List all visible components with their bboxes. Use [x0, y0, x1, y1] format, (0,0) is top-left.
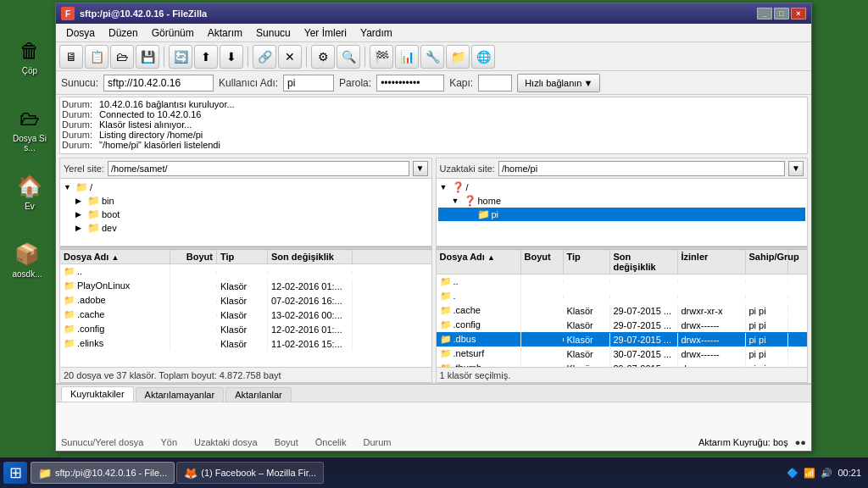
col-header-type[interactable]: Tip [217, 250, 268, 263]
rcol-header-perms[interactable]: İzinler [678, 250, 746, 274]
quickconnect-arrow-icon: ▼ [583, 78, 593, 88]
local-file-list[interactable]: 📁.. 📁PlayOnLinux Klasör 12-02-2016 01:..… [60, 264, 431, 367]
tree-label: bin [102, 196, 114, 206]
local-path-dropdown[interactable]: ▼ [413, 161, 428, 176]
taskbar-item-filezilla[interactable]: 📁 sftp:/pi@10.42.0.16 - File... [31, 462, 175, 484]
toolbar-btn-15[interactable]: 📁 [446, 45, 470, 69]
table-row[interactable]: 📁. [437, 289, 808, 303]
close-button[interactable]: × [791, 8, 806, 19]
file-name: 📁.netsurf [437, 347, 521, 361]
toolbar-btn-10[interactable]: ⚙ [311, 45, 335, 69]
toolbar-btn-6[interactable]: ⬆ [194, 45, 218, 69]
tree-item-boot[interactable]: ▶ 📁 boot [62, 208, 430, 221]
bluetooth-icon: 🔷 [787, 468, 798, 479]
toolbar-btn-16[interactable]: 🌐 [471, 45, 495, 69]
toolbar-btn-11[interactable]: 🔍 [337, 45, 360, 69]
toolbar-sep-4 [364, 47, 365, 67]
start-button[interactable]: ⊞ [3, 462, 27, 484]
rcol-header-owner[interactable]: Sahip/Grup [746, 250, 788, 274]
tree-item-dev[interactable]: ▶ 📁 dev [62, 221, 430, 235]
toolbar-btn-9[interactable]: ✕ [278, 45, 302, 69]
toolbar-btn-14[interactable]: 🔧 [420, 45, 444, 69]
desktop-icon-ev[interactable]: 🏠 Ev [4, 169, 55, 214]
local-path-input[interactable] [108, 161, 409, 176]
col-header-date[interactable]: Son değişiklik [268, 250, 353, 263]
menu-dosya[interactable]: Dosya [59, 25, 102, 41]
table-row[interactable]: 📁.config Klasör 29-07-2015 ... drwx-----… [437, 318, 808, 332]
expand-icon[interactable]: ▶ [75, 224, 86, 232]
remote-file-header: Dosya Adı ▲ Boyut Tip Son değişiklik İzi… [437, 250, 808, 274]
app-icon: F [61, 7, 75, 20]
menu-yerimleri[interactable]: Yer İmleri [298, 25, 353, 41]
toolbar-btn-4[interactable]: 💾 [136, 45, 159, 69]
table-row[interactable]: 📁.cache Klasör 13-02-2016 00:... [60, 308, 431, 322]
table-row[interactable]: 📁.netsurf Klasör 30-07-2015 ... drwx----… [437, 347, 808, 361]
desktop-icon-trash[interactable]: 🗑 Çöp [4, 34, 55, 79]
toolbar-btn-12[interactable]: 🏁 [370, 45, 393, 69]
local-tree[interactable]: ▼ 📁 / ▶ 📁 bin ▶ 📁 boot ▶ 📁 dev [60, 179, 431, 247]
minimize-button[interactable]: _ [757, 8, 772, 19]
toolbar-btn-5[interactable]: 🔄 [169, 45, 192, 69]
menu-sunucu[interactable]: Sunucu [249, 25, 298, 41]
tree-item-pi[interactable]: 📁 pi [438, 208, 806, 221]
tab-aktarilamayanlar[interactable]: Aktarılamayanlar [136, 387, 225, 402]
file-name: 📁.dbus [437, 332, 521, 347]
server-input[interactable] [103, 75, 214, 92]
col-direction: Yön [160, 437, 177, 447]
table-row[interactable]: 📁.. [437, 274, 808, 289]
expand-icon[interactable]: ▶ [75, 210, 86, 219]
table-row[interactable]: 📁.elinks Klasör 11-02-2016 15:... [60, 336, 431, 351]
toolbar-btn-8[interactable]: 🔗 [253, 45, 276, 69]
tree-item-root[interactable]: ▼ 📁 / [62, 180, 430, 194]
taskbar-item-firefox[interactable]: 🦊 (1) Facebook – Mozilla Fir... [176, 462, 324, 484]
remote-path-input[interactable] [498, 161, 785, 176]
tree-item-root[interactable]: ▼ ❓ / [438, 180, 806, 194]
table-row[interactable]: 📁.cache Klasör 29-07-2015 ... drwxr-xr-x… [437, 303, 808, 318]
menu-duzen[interactable]: Düzen [102, 25, 145, 41]
maximize-button[interactable]: □ [774, 8, 789, 19]
rcol-header-size[interactable]: Boyut [521, 250, 564, 274]
tab-aktarilanlar[interactable]: Aktarılanlar [225, 387, 292, 402]
table-row[interactable]: 📁.config Klasör 12-02-2016 01:... [60, 322, 431, 336]
user-input[interactable] [283, 75, 334, 92]
tree-label: home [478, 196, 502, 206]
file-size [521, 280, 564, 284]
toolbar-sep-1 [164, 47, 164, 67]
desktop-icon-dosya[interactable]: 🗁 Dosya Sis... [4, 102, 55, 156]
expand-icon[interactable]: ▼ [64, 183, 74, 191]
tree-item-bin[interactable]: ▶ 📁 bin [62, 194, 430, 208]
expand-icon[interactable]: ▶ [75, 197, 86, 205]
toolbar-btn-2[interactable]: 📋 [85, 45, 108, 69]
port-input[interactable] [478, 75, 512, 92]
tab-kuyruktakiler[interactable]: Kuyruktakiler [61, 386, 134, 402]
remote-tree[interactable]: ▼ ❓ / ▼ ❓ home 📁 pi [437, 179, 808, 247]
rcol-header-type[interactable]: Tip [564, 250, 610, 274]
table-row[interactable]: 📁PlayOnLinux Klasör 12-02-2016 01:... [60, 279, 431, 293]
toolbar-btn-13[interactable]: 📊 [395, 45, 419, 69]
toolbar-btn-7[interactable]: ⬇ [220, 45, 243, 69]
menu-aktarim[interactable]: Aktarım [201, 25, 249, 41]
rcol-header-name[interactable]: Dosya Adı ▲ [437, 250, 521, 274]
table-row[interactable]: 📁.adobe Klasör 07-02-2016 16:... [60, 293, 431, 308]
transfer-area: Kuyruktakiler Aktarılamayanlar Aktarılan… [56, 383, 811, 451]
remote-file-list[interactable]: 📁.. 📁. 📁.cache [437, 274, 808, 367]
file-size [521, 324, 564, 327]
quickconnect-button[interactable]: Hızlı bağlanın ▼ [517, 74, 600, 92]
rcol-header-date[interactable]: Son değişiklik [610, 250, 678, 274]
menu-yardim[interactable]: Yardım [353, 25, 399, 41]
col-header-size[interactable]: Boyut [170, 250, 217, 263]
col-header-name[interactable]: Dosya Adı ▲ [60, 250, 170, 263]
desktop-icon-aosdk[interactable]: 📦 aosdk... [2, 237, 53, 282]
menu-gorunum[interactable]: Görünüm [145, 25, 201, 41]
toolbar-btn-3[interactable]: 🗁 [110, 45, 134, 69]
pass-input[interactable] [376, 75, 444, 92]
expand-icon[interactable]: ▼ [440, 183, 450, 191]
toolbar-btn-1[interactable]: 🖥 [59, 45, 83, 69]
table-row[interactable]: 📁.dbus Klasör 29-07-2015 ... drwx------ … [437, 332, 808, 347]
firefox-taskbar-label: (1) Facebook – Mozilla Fir... [201, 468, 316, 478]
table-row[interactable]: 📁.. [60, 264, 431, 279]
remote-path-dropdown[interactable]: ▼ [788, 161, 804, 176]
tree-item-home[interactable]: ▼ ❓ home [438, 194, 806, 208]
expand-icon[interactable]: ▼ [452, 197, 462, 205]
table-row[interactable]: 📁.thumb Klasör 29-07-2015 ... drwx------… [437, 361, 808, 367]
